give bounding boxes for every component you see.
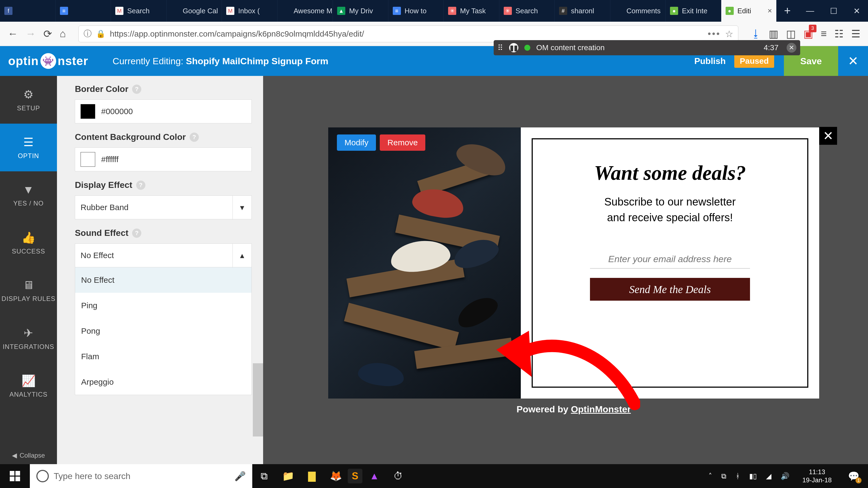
address-bar[interactable]: ⓘ 🔒 https://app.optinmonster.com/campaig… — [79, 26, 738, 42]
sidebar-item-success[interactable]: 👍SUCCESS — [0, 219, 57, 267]
taskbar-app-sticky[interactable]: ▇ — [300, 464, 324, 488]
publish-button[interactable]: Publish — [687, 56, 733, 66]
wifi-icon[interactable]: ◢ — [766, 472, 771, 480]
action-center-icon[interactable]: 💬1 — [845, 467, 863, 485]
remove-button[interactable]: Remove — [380, 134, 425, 151]
help-icon[interactable]: ? — [132, 85, 141, 94]
volume-icon[interactable]: 🔊 — [781, 472, 789, 480]
grip-icon[interactable]: ⠿ — [497, 43, 503, 52]
powered-by-link[interactable]: OptinMonster — [571, 404, 631, 414]
sidebar-item-display-rules[interactable]: 🖥DISPLAY RULES — [0, 267, 57, 315]
dropbox-icon[interactable]: ⧉ — [721, 472, 726, 480]
page-actions-icon[interactable]: ••• — [708, 29, 721, 39]
forward-button[interactable]: → — [26, 28, 36, 40]
close-window-icon[interactable]: ✕ — [854, 6, 860, 16]
help-icon[interactable]: ? — [136, 181, 145, 190]
mic-icon[interactable]: 🎤 — [235, 470, 246, 482]
popup-subtext[interactable]: Subscribe to our newsletterand receive s… — [604, 194, 736, 225]
site-info-icon[interactable]: ⓘ — [84, 28, 92, 39]
editor-canvas[interactable]: Want some deals? Subscribe to our newsle… — [263, 76, 868, 464]
bg-color-field[interactable]: #ffffff — [75, 148, 252, 171]
sidebar-item-optin[interactable]: ☰OPTIN — [0, 124, 57, 171]
taskbar-app-explorer[interactable]: 📁 — [276, 464, 300, 488]
sidebar-item-analytics[interactable]: 📈ANALYTICS — [0, 362, 57, 410]
browser-tab[interactable]: ≡How to — [389, 0, 444, 22]
browser-tab[interactable]: ●Exit Inte — [665, 0, 721, 22]
border-color-field[interactable]: #000000 — [75, 99, 252, 123]
help-icon[interactable]: ? — [190, 133, 199, 142]
home-button[interactable]: ⌂ — [60, 28, 66, 40]
stop-recording-icon[interactable]: ✕ — [786, 43, 796, 53]
dropdown-option[interactable]: Arpeggio — [75, 369, 251, 395]
browser-tab[interactable]: Comments — [610, 0, 666, 22]
modify-button[interactable]: Modify — [337, 134, 376, 151]
taskbar-clock[interactable]: 11:1319-Jan-18 — [799, 468, 835, 484]
color-swatch[interactable] — [81, 104, 95, 119]
taskbar-search[interactable]: Type here to search 🎤 — [30, 464, 252, 488]
browser-tab[interactable]: MSearch — [111, 0, 166, 22]
sound-effect-select[interactable]: No Effect▲ — [75, 243, 252, 267]
browser-tab-active[interactable]: ●Editi× — [721, 0, 777, 22]
dropdown-option[interactable]: Ping — [75, 293, 251, 318]
sidebar-icon[interactable]: ◫ — [786, 28, 796, 40]
minimize-icon[interactable]: — — [806, 6, 814, 15]
close-editor-button[interactable]: ✕ — [838, 46, 868, 76]
menu-icon[interactable]: ☰ — [851, 28, 860, 40]
back-button[interactable]: ← — [8, 28, 18, 40]
browser-tab[interactable]: Awesome M — [278, 0, 333, 22]
bookmark-icon[interactable]: ☆ — [725, 29, 733, 39]
svg-rect-1 — [16, 471, 20, 476]
browser-tab[interactable]: ▲My Driv — [333, 0, 389, 22]
panel-scrollbar[interactable] — [253, 76, 263, 464]
display-effect-select[interactable]: Rubber Band▼ — [75, 195, 252, 219]
browser-tab[interactable]: ✳Search — [499, 0, 555, 22]
dropdown-option[interactable]: Flam — [75, 344, 251, 369]
slack-icon: # — [559, 7, 567, 15]
library-icon[interactable]: ▥ — [769, 28, 778, 40]
new-tab-button[interactable]: + — [777, 0, 798, 22]
browser-tab[interactable]: ≡ — [56, 0, 111, 22]
buffer-icon[interactable]: ☷ — [834, 28, 844, 40]
reload-button[interactable]: ⟳ — [43, 28, 52, 40]
color-swatch[interactable] — [81, 152, 95, 167]
bluetooth-icon[interactable]: ᚼ — [736, 472, 740, 480]
taskbar-app-pomodoro[interactable]: ⏱ — [386, 464, 410, 488]
popup-preview[interactable]: Want some deals? Subscribe to our newsle… — [328, 127, 819, 398]
sidebar-item-integrations[interactable]: ✈INTEGRATIONS — [0, 315, 57, 362]
browser-tab[interactable]: Google Cal — [166, 0, 222, 22]
dropdown-option[interactable]: No Effect — [75, 267, 251, 293]
generic-icon — [615, 7, 623, 15]
task-view-button[interactable]: ⧉ — [252, 464, 276, 488]
status-badge-paused[interactable]: Paused — [734, 54, 774, 68]
collapse-sidebar-button[interactable]: ◀Collapse — [0, 447, 57, 464]
sidebar-item-setup[interactable]: ⚙SETUP — [0, 76, 57, 124]
taskbar-app-firefox[interactable]: 🦊 — [324, 464, 348, 488]
tray-chevron-icon[interactable]: ˄ — [709, 472, 712, 480]
currently-editing: Currently Editing: Shopify MailChimp Sig… — [113, 56, 328, 66]
taskbar-app-affinity[interactable]: ▲ — [362, 464, 386, 488]
popup-content-area[interactable]: Want some deals? Subscribe to our newsle… — [521, 127, 819, 398]
popup-close-icon[interactable]: ✕ — [819, 127, 837, 145]
taskbar-app-sublime[interactable]: S — [348, 469, 362, 483]
start-button[interactable] — [0, 471, 30, 481]
pause-recording-icon[interactable]: ▮▮ — [509, 43, 518, 52]
help-icon[interactable]: ? — [132, 229, 141, 238]
sidebar-item-yesno[interactable]: ▼YES / NO — [0, 171, 57, 219]
optinmonster-logo[interactable]: optin👾nster — [8, 53, 88, 69]
popup-headline[interactable]: Want some deals? — [594, 161, 746, 185]
dropdown-option[interactable]: Pong — [75, 318, 251, 344]
maximize-icon[interactable]: ☐ — [830, 6, 837, 16]
lastpass-icon[interactable]: ▣3 — [803, 28, 813, 40]
screen-recorder-bar[interactable]: ⠿ ▮▮ OM content creation 4:37 ✕ — [494, 40, 800, 55]
popup-cta-button[interactable]: Send Me the Deals — [590, 278, 750, 301]
browser-tab[interactable]: f — [0, 0, 56, 22]
close-tab-icon[interactable]: × — [768, 6, 772, 15]
popup-email-input[interactable] — [590, 250, 750, 269]
downloads-icon[interactable]: ⭳ — [751, 28, 761, 40]
browser-tab[interactable]: MInbox ( — [222, 0, 278, 22]
browser-tab[interactable]: #sharonl — [555, 0, 610, 22]
popup-image[interactable] — [328, 127, 521, 398]
browser-tab[interactable]: ✳My Task — [444, 0, 499, 22]
extension-icon[interactable]: ≡ — [821, 28, 827, 40]
battery-icon[interactable]: ▮▯ — [749, 472, 757, 480]
